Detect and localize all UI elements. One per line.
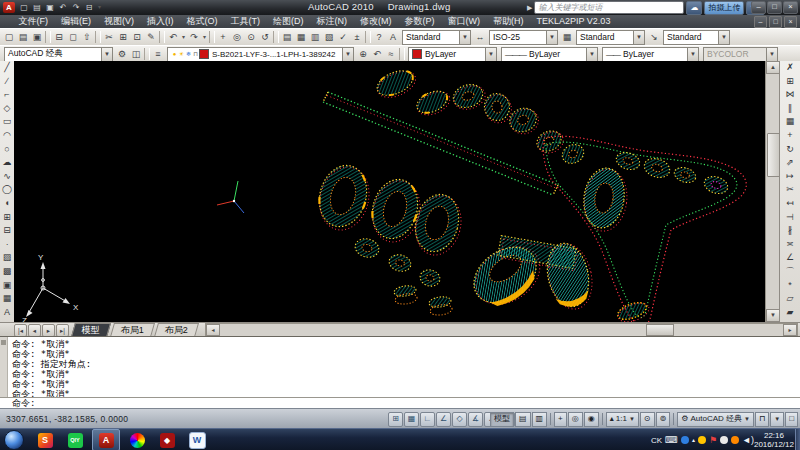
make-object-layer-icon[interactable]: ⊕ (356, 48, 370, 61)
upload-button[interactable]: 拍摄上传 (704, 1, 744, 15)
polygon-icon[interactable]: ◇ (1, 102, 14, 116)
menu-tekla2pip[interactable]: TEKLA2PIP V2.03 (530, 15, 617, 28)
last-tab-icon[interactable]: ▸| (56, 324, 69, 337)
tray-orange-icon[interactable] (731, 436, 739, 444)
menu-draw[interactable]: 绘图(D) (267, 15, 311, 28)
mtext-icon[interactable]: A (1, 306, 14, 320)
horizontal-scrollbar[interactable]: ◂ ▸ (205, 323, 798, 337)
zoom-realtime-icon[interactable]: ◎ (230, 31, 244, 44)
menu-insert[interactable]: 插入(I) (141, 15, 181, 28)
new-icon[interactable]: ▢ (18, 2, 30, 13)
layer-properties-icon[interactable]: ≡ (151, 48, 165, 61)
taskbar-sogou[interactable]: S (32, 430, 58, 450)
table-style-combo[interactable]: Standard▼ (576, 30, 645, 45)
speaker-icon[interactable]: ◄) (742, 435, 754, 445)
publish-icon[interactable]: ⇧ (80, 31, 94, 44)
gradient-icon[interactable]: ▩ (1, 265, 14, 279)
draw-order-icon[interactable]: ▱ (784, 292, 797, 306)
annotation-autoscale-icon[interactable]: ⊚ (656, 412, 671, 427)
model-space-button[interactable]: 模型 (490, 412, 514, 427)
gear-icon[interactable]: ⚙ (115, 48, 129, 61)
menu-view[interactable]: 视图(V) (98, 15, 141, 28)
move-icon[interactable]: + (784, 129, 797, 143)
doc-minimize-button[interactable]: – (754, 16, 767, 28)
line-icon[interactable]: ╱ (1, 61, 14, 75)
undo-icon[interactable]: ↶ (166, 31, 180, 44)
make-block-icon[interactable]: ⊟ (1, 224, 14, 238)
start-button[interactable] (4, 430, 24, 450)
quickcalc-icon[interactable]: ± (350, 31, 364, 44)
quick-view-layouts-icon[interactable]: ▤ (515, 412, 531, 427)
scroll-right-icon[interactable]: ▸ (783, 324, 797, 336)
tab-layout1[interactable]: 布局1 (110, 323, 155, 337)
qat-caret-icon[interactable]: ▾ (96, 2, 103, 13)
properties-icon[interactable]: ▤ (280, 31, 294, 44)
taskbar-colorwheel[interactable] (124, 430, 150, 450)
chevron-down-icon[interactable]: ▼ (744, 413, 750, 425)
keyboard-icon[interactable]: ⌨ (665, 435, 678, 445)
taskbar-qiyi[interactable]: QIY (62, 430, 88, 450)
scroll-left-icon[interactable]: ◂ (206, 324, 220, 336)
color-combo[interactable]: ByLayer ▼ (408, 47, 497, 62)
close-button[interactable]: × (783, 1, 798, 14)
command-window[interactable]: 命令: *取消* 命令: *取消* 命令: 指定对角点: 命令: *取消* 命令… (0, 336, 800, 409)
insert-block-icon[interactable]: ⊞ (1, 211, 14, 225)
save-icon[interactable]: ▣ (44, 2, 56, 13)
revision-cloud-icon[interactable]: ☁ (1, 156, 14, 170)
menu-dimension[interactable]: 标注(N) (310, 15, 354, 28)
text-style-icon[interactable]: A (386, 31, 400, 44)
array-icon[interactable]: ▦ (784, 115, 797, 129)
drawing-canvas[interactable]: Y X Z (14, 61, 766, 322)
erase-icon[interactable]: ✗ (784, 61, 797, 75)
workspace-combo[interactable]: AutoCAD 经典▼ (4, 47, 113, 62)
layer-previous-icon[interactable]: ↶ (370, 48, 384, 61)
scale-icon[interactable]: ⇗ (784, 156, 797, 170)
taskbar-clock[interactable]: 22:16 2016/12/12 (754, 431, 794, 449)
match-properties-icon[interactable]: ✎ (144, 31, 158, 44)
chamfer-icon[interactable]: ∠ (784, 251, 797, 265)
spline-icon[interactable]: ∿ (1, 170, 14, 184)
toolbar-lock-icon[interactable]: ⊓ (755, 412, 769, 427)
otrack-toggle[interactable]: ∡ (468, 412, 483, 427)
undo-icon[interactable]: ↶ (57, 2, 69, 13)
workspace-switching-button[interactable]: ⚙ AutoCAD 经典 ▼ (677, 412, 754, 427)
minimize-button[interactable]: – (751, 1, 766, 14)
explode-icon[interactable]: * (784, 279, 797, 293)
layer-states-icon[interactable]: ≈ (384, 48, 398, 61)
vertical-scrollbar[interactable]: ▲ ▼ (765, 61, 780, 322)
annotation-scale-button[interactable]: ▴ 1:1 ▼ (606, 412, 639, 427)
cloud-icon[interactable]: ☁ (686, 1, 702, 15)
menu-help[interactable]: 帮助(H) (487, 15, 531, 28)
chevron-down-icon[interactable]: ▼ (586, 48, 597, 61)
point-icon[interactable]: ∙ (1, 238, 14, 252)
paste-icon[interactable]: ⊡ (130, 31, 144, 44)
dim-style-icon[interactable]: ↔ (473, 31, 487, 44)
table-icon[interactable]: ▦ (1, 292, 14, 306)
linetype-combo[interactable]: ——— ByLayer ▼ (501, 47, 598, 62)
redo-icon[interactable]: ↷ (187, 31, 201, 44)
mirror-icon[interactable]: ⋈ (784, 88, 797, 102)
scrollbar-thumb[interactable] (646, 324, 674, 336)
extend-icon[interactable]: ↤ (784, 197, 797, 211)
break-at-point-icon[interactable]: ⊣ (784, 211, 797, 225)
menu-parametric[interactable]: 参数(P) (398, 15, 441, 28)
offset-icon[interactable]: ∥ (784, 102, 797, 116)
tray-blue-icon[interactable] (681, 436, 689, 444)
mleader-style-icon[interactable]: ↘ (647, 31, 661, 44)
polyline-icon[interactable]: ⌐ (1, 88, 14, 102)
freeze-icon[interactable]: ❄ (185, 48, 192, 61)
restore-button[interactable]: □ (767, 1, 782, 14)
clean-screen-icon[interactable]: □ (785, 412, 798, 427)
table-style-icon[interactable]: ▦ (560, 31, 574, 44)
chevron-down-icon[interactable]: ▼ (687, 48, 698, 61)
lineweight-combo[interactable]: —— ByLayer ▼ (602, 47, 699, 62)
taskbar-word[interactable]: W (184, 430, 210, 450)
redo-caret-icon[interactable]: ▾ (201, 31, 208, 44)
plot-preview-icon[interactable]: ◻ (66, 31, 80, 44)
chevron-down-icon[interactable]: ▼ (633, 31, 644, 44)
tray-expand-icon[interactable]: ▴ (692, 435, 695, 445)
menu-window[interactable]: 窗口(W) (441, 15, 487, 28)
copy-icon[interactable]: ⊞ (784, 75, 797, 89)
sheet-set-icon[interactable]: ▧ (322, 31, 336, 44)
chevron-down-icon[interactable]: ▼ (718, 31, 729, 44)
